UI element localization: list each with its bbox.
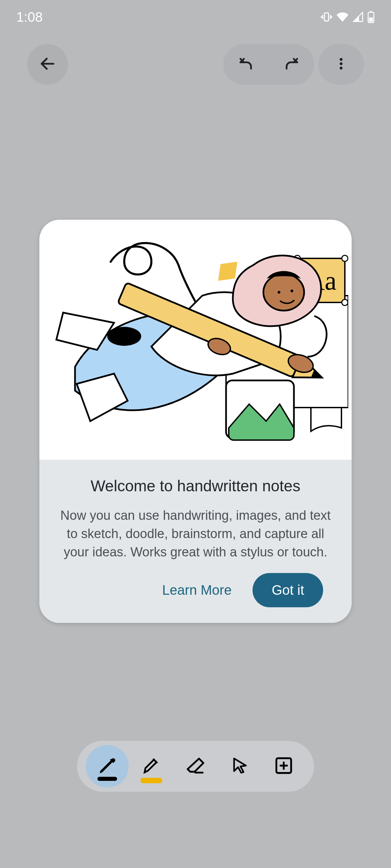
redo-icon xyxy=(283,55,300,74)
got-it-button[interactable]: Got it xyxy=(253,573,323,607)
onboarding-body: Now you can use handwriting, images, and… xyxy=(60,507,331,561)
cell-signal-icon xyxy=(352,12,364,22)
highlighter-icon xyxy=(141,755,162,777)
back-button[interactable] xyxy=(27,44,68,85)
pen-tool-button[interactable] xyxy=(86,745,129,788)
eraser-icon xyxy=(185,755,206,777)
svg-point-18 xyxy=(263,274,304,311)
undo-redo-group xyxy=(223,44,314,85)
eraser-tool-button[interactable] xyxy=(174,745,217,788)
status-indicators xyxy=(320,11,375,23)
onboarding-title: Welcome to handwritten notes xyxy=(60,477,331,495)
highlighter-color-indicator xyxy=(141,778,162,783)
cursor-arrow-icon xyxy=(230,756,249,776)
svg-point-14 xyxy=(107,327,141,346)
redo-button[interactable] xyxy=(269,44,314,85)
insert-tool-button[interactable] xyxy=(262,745,305,788)
onboarding-illustration: Aa xyxy=(39,220,352,460)
plus-square-icon xyxy=(274,756,294,777)
undo-button[interactable] xyxy=(223,44,269,85)
undo-icon xyxy=(238,55,255,74)
overflow-menu-button[interactable] xyxy=(318,44,364,85)
pen-icon xyxy=(97,755,117,777)
svg-point-6 xyxy=(340,67,342,70)
svg-rect-3 xyxy=(369,17,373,21)
svg-rect-2 xyxy=(370,11,372,13)
svg-point-12 xyxy=(342,299,348,305)
vibrate-icon xyxy=(320,11,333,23)
onboarding-modal: Aa xyxy=(39,220,352,623)
more-vertical-icon xyxy=(334,56,349,73)
app-header xyxy=(0,44,391,85)
svg-rect-0 xyxy=(324,13,329,21)
status-clock: 1:08 xyxy=(16,9,43,25)
drawing-toolbar xyxy=(77,741,314,792)
status-bar: 1:08 xyxy=(0,0,391,34)
wifi-icon xyxy=(336,12,349,22)
svg-point-10 xyxy=(342,255,348,261)
svg-point-20 xyxy=(291,290,293,292)
onboarding-text-section: Welcome to handwritten notes Now you can… xyxy=(39,460,352,623)
svg-point-4 xyxy=(340,58,342,61)
select-tool-button[interactable] xyxy=(218,745,261,788)
learn-more-button[interactable]: Learn More xyxy=(156,579,238,601)
highlighter-tool-button[interactable] xyxy=(130,745,173,788)
onboarding-actions: Learn More Got it xyxy=(60,561,331,607)
svg-point-5 xyxy=(340,62,342,65)
back-arrow-icon xyxy=(39,55,56,74)
battery-icon xyxy=(367,11,375,23)
pen-color-indicator xyxy=(97,777,117,781)
svg-point-19 xyxy=(278,291,280,294)
